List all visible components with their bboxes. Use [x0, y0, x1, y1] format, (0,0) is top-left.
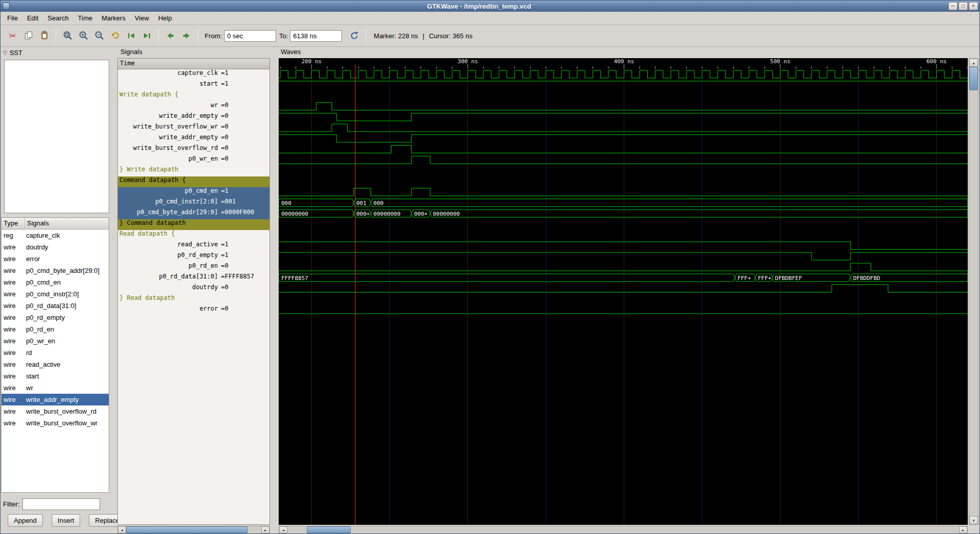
table-row[interactable]: wirerd [2, 347, 109, 359]
signal-group-row[interactable]: } Write datapath [118, 166, 270, 176]
filter-input[interactable] [22, 498, 100, 510]
signal-type: wire [2, 382, 25, 394]
signal-row[interactable]: p0_cmd_byte_addr[29:0]=0000F000 [118, 209, 270, 219]
type-column-header[interactable]: Type [2, 218, 25, 229]
zoom-to-start-icon[interactable] [124, 29, 138, 43]
table-row[interactable]: wireread_active [2, 359, 109, 370]
signal-row[interactable]: write_burst_overflow_wr=0 [118, 123, 270, 134]
signal-group-row[interactable]: Command datapath { [118, 176, 270, 187]
cut-icon[interactable]: ✂ [6, 29, 19, 43]
signal-row[interactable]: p0_rd_empty=1 [118, 251, 270, 262]
signal-group-row[interactable]: Read datapath { [118, 230, 270, 241]
maximize-button[interactable]: □ [959, 2, 968, 10]
menu-help[interactable]: Help [154, 12, 177, 24]
close-button[interactable]: × [969, 2, 978, 10]
zoom-in-icon[interactable] [77, 29, 90, 43]
signals-horizontal-scrollbar[interactable]: ◂ ▸ [117, 526, 270, 534]
waves-vertical-scrollbar[interactable]: ▴ ▾ [969, 58, 978, 525]
waves-horizontal-scrollbar[interactable]: ◂ ▸ [279, 526, 968, 534]
signal-value: =0 [221, 305, 228, 312]
signal-name: p0_rd_en [118, 262, 218, 269]
table-row[interactable]: wirewr [2, 382, 109, 394]
scroll-up-icon[interactable]: ▴ [969, 59, 978, 67]
table-row[interactable]: wirep0_cmd_en [2, 276, 109, 288]
zoom-undo-icon[interactable] [108, 29, 122, 43]
table-row[interactable]: wirewrite_burst_overflow_wr [2, 417, 109, 429]
menu-edit[interactable]: Edit [22, 12, 43, 24]
signal-row[interactable]: p0_rd_en=0 [118, 262, 270, 273]
sst-tree-view[interactable] [4, 60, 109, 213]
copy-icon[interactable] [21, 29, 35, 43]
insert-button[interactable]: Insert [52, 514, 81, 527]
waves-frame: Waves 200 ns300 ns400 ns500 ns600 ns0000… [277, 47, 980, 533]
svg-text:200 ns: 200 ns [301, 58, 322, 65]
fetch-left-icon[interactable] [163, 29, 177, 43]
to-input[interactable] [290, 30, 342, 42]
signals-column-header[interactable]: Signals [25, 218, 51, 229]
scrollbar-thumb[interactable] [126, 526, 248, 533]
signal-name: rd [25, 347, 32, 359]
scroll-down-icon[interactable]: ▾ [969, 516, 978, 524]
signal-group-row[interactable]: } Command datapath [118, 219, 270, 230]
table-row[interactable]: wirewrite_addr_empty [2, 394, 109, 405]
signal-group-row[interactable]: Write datapath { [118, 91, 270, 101]
scrollbar-thumb[interactable] [307, 526, 351, 533]
signal-row[interactable]: p0_cmd_instr[2:0]=001 [118, 198, 270, 209]
scroll-left-icon[interactable]: ◂ [118, 526, 126, 533]
signal-row[interactable]: doutrdy=0 [118, 284, 270, 294]
signal-row[interactable]: error=0 [118, 305, 270, 316]
signal-row[interactable]: p0_rd_data[31:0]=FFFF8857 [118, 273, 270, 284]
menu-time[interactable]: Time [74, 12, 97, 24]
time-column-header[interactable]: Time [118, 59, 270, 69]
sst-expander[interactable]: ▽ SST [3, 49, 22, 57]
signal-row[interactable]: read_active=1 [118, 241, 270, 251]
table-row[interactable]: wirep0_wr_en [2, 335, 109, 347]
table-row[interactable]: wirep0_rd_en [2, 323, 109, 335]
signal-type: wire [2, 370, 25, 382]
menu-file[interactable]: File [3, 12, 22, 24]
menu-markers[interactable]: Markers [97, 12, 130, 24]
zoom-fit-icon[interactable] [61, 29, 75, 43]
signal-row[interactable]: write_addr_empty=0 [118, 134, 270, 144]
signal-row[interactable]: p0_wr_en=0 [118, 155, 270, 166]
table-row[interactable]: wirep0_rd_empty [2, 312, 109, 323]
signal-name: p0_rd_empty [25, 312, 65, 323]
scroll-right-icon[interactable]: ▸ [959, 526, 967, 533]
fetch-right-icon[interactable] [179, 29, 193, 43]
from-input[interactable] [224, 30, 276, 42]
signal-row[interactable]: write_addr_empty=0 [118, 112, 270, 123]
table-row[interactable]: wirestart [2, 370, 109, 382]
waves-frame-label: Waves [281, 48, 301, 56]
table-row[interactable]: wirewrite_burst_overflow_rd [2, 405, 109, 417]
zoom-out-icon[interactable] [92, 29, 106, 43]
append-button[interactable]: Append [8, 514, 43, 527]
table-row[interactable]: wirep0_rd_data[31:0] [2, 300, 109, 312]
status-separator: | [423, 32, 424, 40]
signal-row[interactable]: wr=0 [118, 101, 270, 112]
waves-canvas-area[interactable]: 200 ns300 ns400 ns500 ns600 ns0000010000… [279, 58, 968, 525]
menu-view[interactable]: View [130, 12, 154, 24]
signal-row[interactable]: capture_clk=1 [118, 69, 270, 80]
table-row[interactable]: wirep0_cmd_byte_addr[29:0] [2, 265, 109, 276]
scroll-right-icon[interactable]: ▸ [261, 526, 270, 533]
minimize-button[interactable]: ─ [948, 2, 958, 10]
scroll-left-icon[interactable]: ◂ [279, 526, 287, 533]
titlebar[interactable]: GTKWave - /tmp/redtin_temp.vcd ─□× [1, 1, 979, 12]
paste-icon[interactable] [37, 29, 51, 43]
signal-table-header: Type Signals [2, 218, 109, 230]
table-row[interactable]: wiredoutrdy [2, 241, 109, 253]
signal-group-row[interactable]: } Read datapath [118, 294, 270, 305]
svg-text:DFBDDFBD: DFBDDFBD [853, 275, 880, 282]
signal-row[interactable]: write_burst_overflow_rd=0 [118, 144, 270, 155]
signal-row[interactable]: p0_cmd_en=1 [118, 187, 270, 198]
table-row[interactable]: wirep0_cmd_instr[2:0] [2, 288, 109, 300]
to-label: To: [279, 32, 288, 40]
table-row[interactable]: wireerror [2, 253, 109, 265]
menu-search[interactable]: Search [43, 12, 73, 24]
scrollbar-thumb[interactable] [969, 67, 978, 90]
reload-icon[interactable] [347, 29, 361, 43]
signal-name: write_addr_empty [25, 394, 79, 405]
table-row[interactable]: regcapture_clk [2, 230, 109, 241]
zoom-to-end-icon[interactable] [140, 29, 154, 43]
signal-row[interactable]: start=1 [118, 80, 270, 91]
